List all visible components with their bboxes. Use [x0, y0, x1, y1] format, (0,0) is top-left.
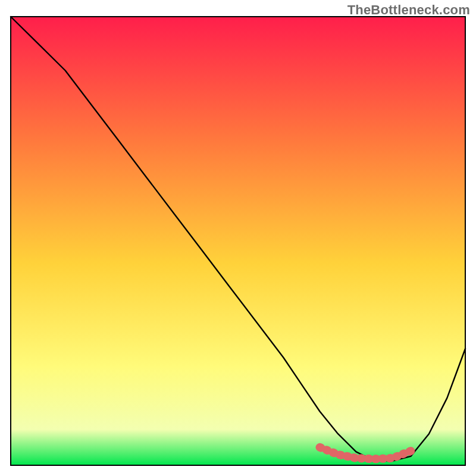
- bottleneck-chart: TheBottleneck.com: [0, 0, 476, 476]
- watermark-text: TheBottleneck.com: [347, 2, 470, 18]
- chart-svg: [0, 0, 476, 476]
- plot-gradient-background: [11, 17, 465, 465]
